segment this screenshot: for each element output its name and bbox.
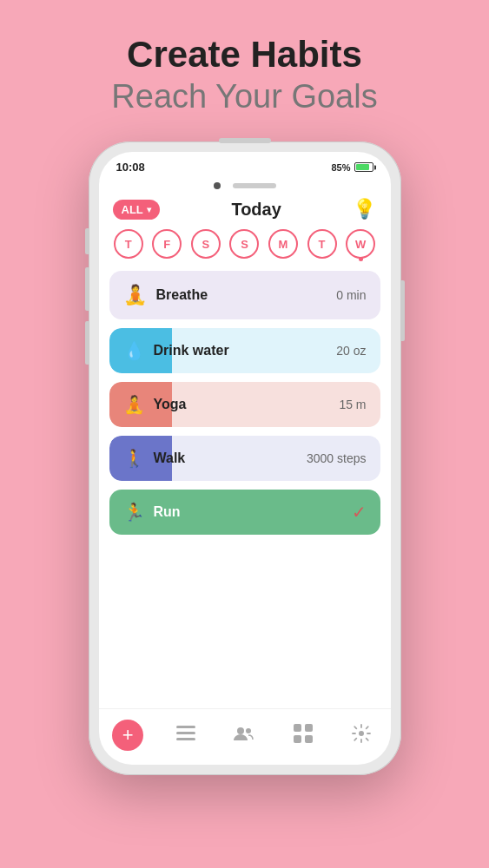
day-selector: T F S S M T W [99, 229, 391, 271]
tab-add-button[interactable]: + [110, 718, 145, 753]
phone-btn-vol-up [85, 267, 89, 311]
day-M[interactable]: M [268, 229, 298, 259]
svg-rect-6 [305, 724, 313, 732]
grid-icon [294, 724, 313, 747]
habit-walk[interactable]: 🚶 Walk 3000 steps [109, 436, 380, 481]
habit-run[interactable]: 🏃 Run ✓ [109, 490, 380, 535]
yoga-name: Yoga [154, 397, 187, 412]
breathe-icon: 🧘 [123, 283, 148, 307]
day-S2[interactable]: S [229, 229, 259, 259]
page-header: Create Habits Reach Your Goals [111, 35, 377, 115]
add-icon[interactable]: + [112, 720, 143, 751]
svg-rect-0 [176, 726, 195, 728]
camera-dot [214, 182, 221, 189]
habits-icon [176, 726, 195, 746]
day-W[interactable]: W [346, 229, 375, 259]
habit-yoga[interactable]: 🧘 Yoga 15 m [109, 382, 380, 427]
phone-btn-silent [85, 228, 89, 254]
walk-icon: 🚶 [123, 448, 145, 469]
filter-label: ALL [122, 203, 143, 216]
status-time: 10:08 [116, 161, 145, 174]
speaker [233, 183, 276, 188]
svg-point-9 [359, 731, 364, 736]
habit-breathe-left: 🧘 Breathe [123, 283, 208, 307]
battery-percent: 85% [331, 162, 350, 173]
phone-screen: 10:08 85% ALL ▾ Today 💡 T F [99, 152, 391, 765]
svg-rect-2 [176, 738, 195, 740]
notch-area [99, 177, 391, 193]
habit-walk-left: 🚶 Walk [123, 448, 186, 469]
app-header: ALL ▾ Today 💡 [99, 193, 391, 229]
water-value: 20 oz [336, 344, 366, 358]
tab-social[interactable] [227, 718, 261, 753]
water-icon: 💧 [123, 340, 145, 361]
battery-icon [354, 162, 373, 172]
habits-list: 🧘 Breathe 0 min 💧 Drink water 20 oz 🧘 [99, 271, 391, 701]
breathe-value: 0 min [336, 288, 366, 302]
water-name: Drink water [154, 343, 229, 358]
svg-rect-7 [294, 735, 301, 743]
svg-point-3 [237, 727, 244, 734]
tab-bar: + [99, 708, 391, 765]
phone-btn-power [401, 280, 405, 341]
app-title: Today [231, 200, 281, 220]
main-title: Create Habits [111, 35, 377, 75]
day-T2[interactable]: T [307, 229, 337, 259]
main-subtitle: Reach Your Goals [111, 78, 377, 115]
day-S1[interactable]: S [191, 229, 221, 259]
yoga-value: 15 m [339, 398, 366, 411]
battery-fill [356, 164, 369, 170]
svg-point-4 [246, 728, 251, 733]
tab-grid[interactable] [286, 718, 320, 753]
phone-frame: 10:08 85% ALL ▾ Today 💡 T F [89, 141, 401, 775]
filter-badge[interactable]: ALL ▾ [113, 200, 160, 220]
chevron-down-icon: ▾ [147, 205, 151, 214]
status-bar: 10:08 85% [99, 152, 391, 177]
habit-run-left: 🏃 Run [123, 502, 181, 523]
breathe-name: Breathe [156, 287, 208, 303]
phone-btn-vol-down [85, 321, 89, 365]
social-icon [234, 725, 254, 746]
walk-name: Walk [154, 450, 186, 466]
gear-icon [352, 724, 371, 747]
svg-rect-5 [294, 724, 301, 732]
run-icon: 🏃 [123, 502, 145, 523]
svg-rect-1 [176, 732, 195, 734]
day-T1[interactable]: T [114, 229, 143, 259]
habit-water[interactable]: 💧 Drink water 20 oz [109, 328, 380, 373]
yoga-icon: 🧘 [123, 394, 145, 415]
status-right: 85% [331, 162, 373, 173]
tab-settings[interactable] [344, 718, 379, 753]
habit-breathe[interactable]: 🧘 Breathe 0 min [109, 271, 380, 319]
walk-value: 3000 steps [307, 451, 367, 465]
habit-water-left: 💧 Drink water [123, 340, 229, 361]
bulb-icon: 💡 [353, 198, 376, 220]
habit-yoga-left: 🧘 Yoga [123, 394, 187, 415]
tab-habits[interactable] [169, 718, 203, 753]
day-F[interactable]: F [152, 229, 182, 259]
svg-rect-8 [305, 735, 313, 743]
run-name: Run [154, 504, 181, 520]
run-checkmark: ✓ [352, 502, 367, 523]
